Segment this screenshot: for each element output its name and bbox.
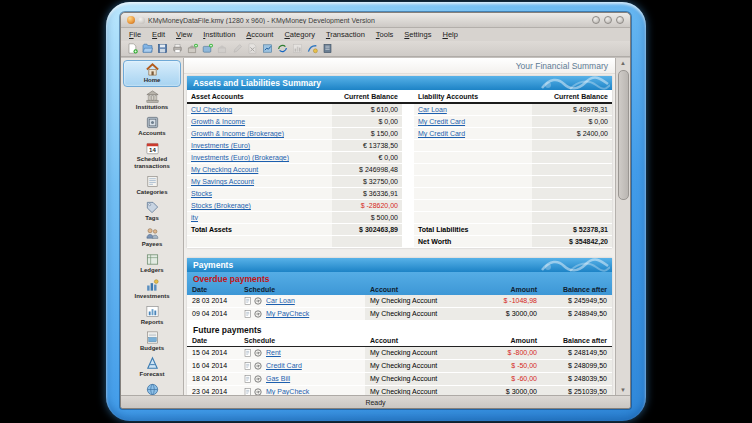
- account-link-my-credit-card[interactable]: My Credit Card: [418, 118, 465, 125]
- sidebar-item-label: Tags: [145, 215, 159, 222]
- balance-value: $ 49978,31: [532, 103, 612, 116]
- skip-schedule-icon[interactable]: [254, 310, 262, 318]
- toolbar-open-file-button[interactable]: [141, 43, 153, 55]
- skip-schedule-icon[interactable]: [254, 297, 262, 305]
- status-bar: Ready: [121, 395, 630, 408]
- main-area: HomeInstitutionsAccounts14Scheduled tran…: [121, 57, 630, 395]
- payments-panel-header: Payments: [187, 258, 612, 272]
- net-worth-row: Net Worth$ 354842,20: [187, 236, 612, 248]
- scroll-up-icon[interactable]: ▲: [620, 58, 626, 68]
- enter-schedule-icon[interactable]: [244, 362, 252, 370]
- schedule-link-credit-card[interactable]: Credit Card: [266, 361, 302, 371]
- future-columns-header: DateScheduleAccountAmountBalance after: [187, 336, 612, 347]
- sidebar-item-budgets[interactable]: Budgets: [123, 329, 181, 354]
- menu-settings[interactable]: Settings: [404, 30, 431, 39]
- skip-schedule-icon[interactable]: [254, 375, 262, 383]
- sidebar-item-institutions[interactable]: Institutions: [123, 88, 181, 113]
- toolbar-new-file-button[interactable]: [126, 43, 138, 55]
- menu-help[interactable]: Help: [442, 30, 457, 39]
- account-link-growth-income-brokerage-[interactable]: Growth & Income (Brokerage): [191, 130, 284, 137]
- schedule-link-rent[interactable]: Rent: [266, 348, 281, 358]
- schedule-link-my-paycheck[interactable]: My PayCheck: [266, 309, 309, 319]
- sidebar-item-label: Institutions: [136, 104, 168, 111]
- menu-edit[interactable]: Edit: [152, 30, 165, 39]
- menu-view[interactable]: View: [176, 30, 192, 39]
- summary-table-row: Investments (Euro)€ 13738,50: [187, 140, 612, 152]
- payment-date: 09 04 2014: [187, 308, 239, 321]
- toolbar-save-file-button[interactable]: [156, 43, 168, 55]
- sidebar-item-accounts[interactable]: Accounts: [123, 114, 181, 139]
- toolbar-print-button[interactable]: [171, 43, 183, 55]
- sidebar-item-ledgers[interactable]: Ledgers: [123, 251, 181, 276]
- total-assets-label: Total Assets: [187, 224, 332, 236]
- account-link-my-checking-account[interactable]: My Checking Account: [191, 166, 258, 173]
- account-link-stocks-brokerage-[interactable]: Stocks (Brokerage): [191, 202, 251, 209]
- chart-icon: [292, 43, 303, 54]
- toolbar-new-institution-button[interactable]: [186, 43, 198, 55]
- menu-tools[interactable]: Tools: [376, 30, 394, 39]
- sidebar-item-home[interactable]: Home: [123, 60, 181, 87]
- schedule-link-my-paycheck[interactable]: My PayCheck: [266, 387, 309, 395]
- sidebar-item-investments[interactable]: Investments: [123, 277, 181, 302]
- menu-category[interactable]: Category: [284, 30, 314, 39]
- payment-account: My Checking Account: [365, 386, 478, 395]
- payment-date: 28 03 2014: [187, 295, 239, 308]
- toolbar-update-account-button[interactable]: [276, 43, 288, 55]
- schedule-link-car-loan[interactable]: Car Loan: [266, 296, 295, 306]
- sidebar-item-outbox[interactable]: Outbox: [123, 381, 181, 395]
- enter-schedule-icon[interactable]: [244, 349, 252, 357]
- enter-schedule-icon[interactable]: [244, 375, 252, 383]
- vertical-scrollbar[interactable]: ▲ ▼: [615, 58, 630, 395]
- sidebar-item-label: Budgets: [140, 345, 164, 352]
- summary-table-row: My Checking Account$ 246998,48: [187, 164, 612, 176]
- print-icon: [172, 43, 183, 54]
- total-balance-value: $ 354842,20: [532, 236, 612, 248]
- maximize-button[interactable]: [604, 16, 612, 24]
- scrollbar-thumb[interactable]: [618, 70, 629, 200]
- account-link-investments-euro-[interactable]: Investments (Euro): [191, 142, 250, 149]
- toolbar-new-account-button[interactable]: [201, 43, 213, 55]
- sidebar-item-payees[interactable]: Payees: [123, 225, 181, 250]
- skip-schedule-icon[interactable]: [254, 388, 262, 395]
- toolbar-reconcile-button[interactable]: [261, 43, 273, 55]
- enter-schedule-icon[interactable]: [244, 388, 252, 395]
- enter-schedule-icon[interactable]: [244, 310, 252, 318]
- accounts-icon: [145, 115, 160, 130]
- account-link-cu-checking[interactable]: CU Checking: [191, 106, 232, 113]
- scroll-down-icon[interactable]: ▼: [620, 385, 626, 395]
- menu-account[interactable]: Account: [246, 30, 273, 39]
- account-link-itv[interactable]: itv: [191, 214, 198, 221]
- sidebar-item-reports[interactable]: Reports: [123, 303, 181, 328]
- payment-row: 18 04 2014Gas BillMy Checking Account$ -…: [187, 373, 612, 386]
- menu-institution[interactable]: Institution: [203, 30, 235, 39]
- col-date: Date: [187, 285, 239, 295]
- toolbar-exchange-rates-button[interactable]: [306, 43, 318, 55]
- home-icon: [145, 62, 160, 77]
- close-button[interactable]: [616, 16, 624, 24]
- payment-date: 18 04 2014: [187, 373, 239, 386]
- schedule-link-gas-bill[interactable]: Gas Bill: [266, 374, 290, 384]
- account-link-stocks[interactable]: Stocks: [191, 190, 212, 197]
- account-link-car-loan[interactable]: Car Loan: [418, 106, 447, 113]
- toolbar-ledger-button[interactable]: [321, 43, 333, 55]
- sidebar-item-tags[interactable]: Tags: [123, 199, 181, 224]
- menu-transaction[interactable]: Transaction: [326, 30, 365, 39]
- sidebar-item-scheduled-transactions[interactable]: 14Scheduled transactions: [123, 140, 181, 172]
- balance-value: $ 610,00: [332, 103, 402, 116]
- account-link-growth-income[interactable]: Growth & Income: [191, 118, 245, 125]
- skip-schedule-icon[interactable]: [254, 362, 262, 370]
- toolbar-edit-institution-button: [216, 43, 228, 55]
- menu-file[interactable]: File: [129, 30, 141, 39]
- sidebar-item-categories[interactable]: Categories: [123, 173, 181, 198]
- account-link-investments-euro-brokerage-[interactable]: Investments (Euro) (Brokerage): [191, 154, 289, 161]
- account-link-my-savings-account[interactable]: My Savings Account: [191, 178, 254, 185]
- col-liability-accounts: Liability Accounts: [414, 90, 532, 103]
- enter-schedule-icon[interactable]: [244, 297, 252, 305]
- sidebar-item-forecast[interactable]: Forecast: [123, 355, 181, 380]
- window-titlebar[interactable]: KMyMoneyDataFile.kmy (1280 x 960) - KMyM…: [121, 13, 630, 28]
- ledgers-icon: [145, 252, 160, 267]
- skip-schedule-icon[interactable]: [254, 349, 262, 357]
- toolbar-edit-account-button: [231, 43, 243, 55]
- minimize-button[interactable]: [592, 16, 600, 24]
- account-link-my-credit-card[interactable]: My Credit Card: [418, 130, 465, 137]
